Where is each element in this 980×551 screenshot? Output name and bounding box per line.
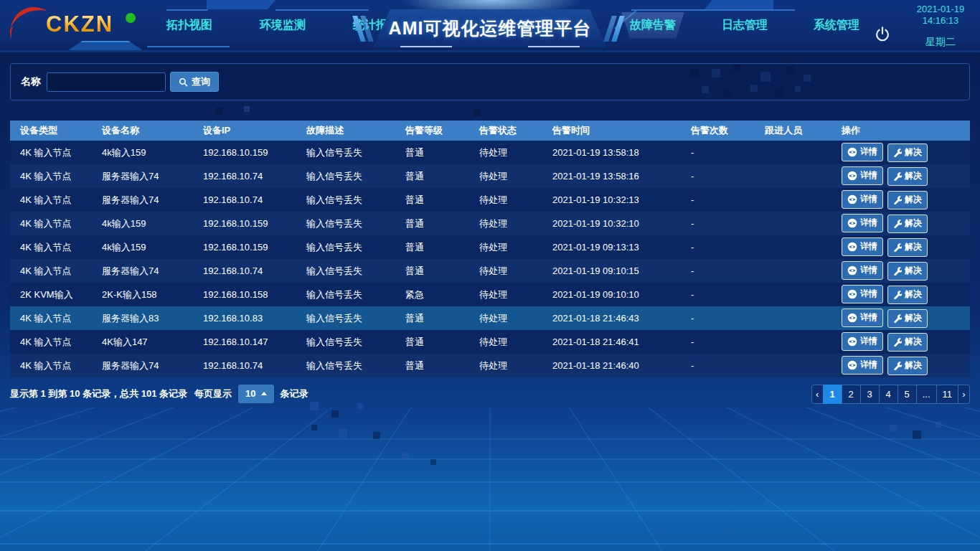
cell-alarm-level: 普通 [395,336,469,349]
col-header-alarm-level: 告警等级 [395,124,469,137]
page-size-dropdown[interactable]: 10 [238,385,273,403]
detail-button-label: 详情 [860,335,877,347]
table-header-row: 设备类型设备名称设备IP故障描述告警等级告警状态告警时间告警次数跟进人员操作 [10,121,970,141]
page-button[interactable]: 3 [860,385,880,404]
nav-left: 拓扑视图环境监测统计报表 [158,0,407,50]
cell-alarm-level: 普通 [395,241,469,254]
title-underline-deco [400,46,452,47]
detail-button[interactable]: 详情 [842,261,883,280]
query-button-label: 查询 [192,75,210,88]
nav-system[interactable]: 系统管理 [805,12,868,39]
cell-alarm-time: 2021-01-19 09:10:15 [542,265,681,276]
resolve-button[interactable]: 解决 [887,286,928,304]
cell-alarm-time: 2021-01-19 10:32:10 [542,218,681,229]
resolve-button[interactable]: 解决 [887,167,928,186]
table-row[interactable]: 4K 输入节点服务器输入74192.168.10.74输入信号丢失普通待处理20… [10,354,970,377]
table-row[interactable]: 4K 输入节点服务器输入83192.168.10.83输入信号丢失普通待处理20… [10,306,970,330]
detail-button[interactable]: 详情 [842,190,883,209]
table-row[interactable]: 4K 输入节点服务器输入74192.168.10.74输入信号丢失普通待处理20… [10,259,970,283]
resolve-button[interactable]: 解决 [887,215,928,233]
table-row[interactable]: 4K 输入节点4K输入147192.168.10.147输入信号丢失普通待处理2… [10,330,970,354]
col-header-operations: 操作 [831,124,970,137]
cell-operations: 详情解决 [831,166,970,186]
power-icon[interactable] [874,26,892,44]
cell-fault-desc: 输入信号丢失 [296,312,395,325]
cell-device-type: 2K KVM输入 [10,288,92,301]
cell-alarm-status: 待处理 [469,312,542,325]
page-button[interactable]: 1 [823,385,842,404]
cell-alarm-status: 待处理 [469,288,542,301]
cell-operations: 详情解决 [831,261,970,281]
per-page-suffix: 条记录 [281,387,308,400]
cell-alarm-level: 普通 [395,170,469,183]
cell-device-type: 4K 输入节点 [10,146,92,159]
table-row[interactable]: 4K 输入节点4k输入159192.168.10.159输入信号丢失普通待处理2… [10,141,970,164]
nav-topology[interactable]: 拓扑视图 [158,12,221,39]
page-prev-button[interactable]: ‹ [811,385,824,404]
wrench-icon [893,149,902,157]
pixel-square [215,108,222,115]
query-button[interactable]: 查询 [170,72,219,92]
page-next-button[interactable]: › [958,385,970,404]
cell-device-ip: 192.168.10.159 [193,147,296,158]
resolve-button[interactable]: 解决 [887,238,928,257]
cell-alarm-level: 普通 [395,217,469,230]
cell-alarm-count: - [681,171,755,182]
weekday-text: 星期二 [910,36,971,47]
cell-device-ip: 192.168.10.74 [193,265,296,276]
nav-logs[interactable]: 日志管理 [713,12,776,39]
wrench-icon [893,220,902,228]
resolve-button[interactable]: 解决 [887,333,928,352]
resolve-button-label: 解决 [905,217,922,230]
eye-icon [847,147,857,157]
col-header-alarm-status: 告警状态 [469,124,542,137]
detail-button-label: 详情 [860,193,877,205]
cell-alarm-time: 2021-01-19 13:58:18 [542,147,681,158]
detail-button[interactable]: 详情 [842,237,883,256]
detail-button[interactable]: 详情 [842,332,883,351]
page-button[interactable]: ... [916,385,937,404]
nav-environment[interactable]: 环境监测 [251,12,314,39]
cell-device-name: 服务器输入74 [92,359,193,372]
top-header-bar: CKZN 拓扑视图环境监测统计报表 AMI可视化运维管理平台 故障告警日志管理系… [0,0,980,50]
title-underline-deco [528,46,580,47]
date-text: 2021-01-19 [910,4,971,15]
detail-button[interactable]: 详情 [842,309,883,327]
resolve-button[interactable]: 解决 [887,143,928,162]
page-button[interactable]: 11 [936,385,959,404]
table-row[interactable]: 2K KVM输入2K-K输入158192.168.10.158输入信号丢失紧急待… [10,283,970,306]
page-button[interactable]: 2 [842,385,861,404]
cell-device-ip: 192.168.10.83 [193,313,296,324]
page-button[interactable]: 4 [879,385,898,404]
table-row[interactable]: 4K 输入节点4k输入159192.168.10.159输入信号丢失普通待处理2… [10,212,970,235]
detail-button[interactable]: 详情 [842,356,883,375]
cell-alarm-level: 普通 [395,265,469,278]
resolve-button-label: 解决 [905,359,922,372]
detail-button[interactable]: 详情 [842,214,883,232]
cell-operations: 详情解决 [831,190,970,209]
table-row[interactable]: 4K 输入节点服务器输入74192.168.10.74输入信号丢失普通待处理20… [10,188,970,212]
eye-icon [847,194,857,204]
eye-icon [847,336,857,347]
table-row[interactable]: 4K 输入节点4k输入159192.168.10.159输入信号丢失普通待处理2… [10,235,970,259]
detail-button[interactable]: 详情 [842,143,883,161]
table-row[interactable]: 4K 输入节点服务器输入74192.168.10.74输入信号丢失普通待处理20… [10,164,970,188]
wrench-icon [893,291,902,299]
resolve-button[interactable]: 解决 [887,309,928,328]
cell-device-type: 4K 输入节点 [10,312,92,325]
resolve-button[interactable]: 解决 [887,191,928,209]
records-info: 显示第 1 到第 10 条记录，总共 101 条记录 [10,387,187,400]
page-button[interactable]: 5 [897,385,917,404]
cell-operations: 详情解决 [831,285,970,304]
cell-alarm-level: 紧急 [395,288,469,301]
resolve-button-label: 解决 [905,336,922,348]
name-search-input[interactable] [47,72,166,92]
cell-alarm-count: - [681,313,755,324]
detail-button-label: 详情 [860,288,877,300]
detail-button[interactable]: 详情 [842,285,883,303]
resolve-button[interactable]: 解决 [887,357,928,375]
resolve-button[interactable]: 解决 [887,262,928,281]
nav-alarm[interactable]: 故障告警 [621,12,684,39]
detail-button[interactable]: 详情 [842,166,883,185]
resolve-button-label: 解决 [905,288,922,301]
